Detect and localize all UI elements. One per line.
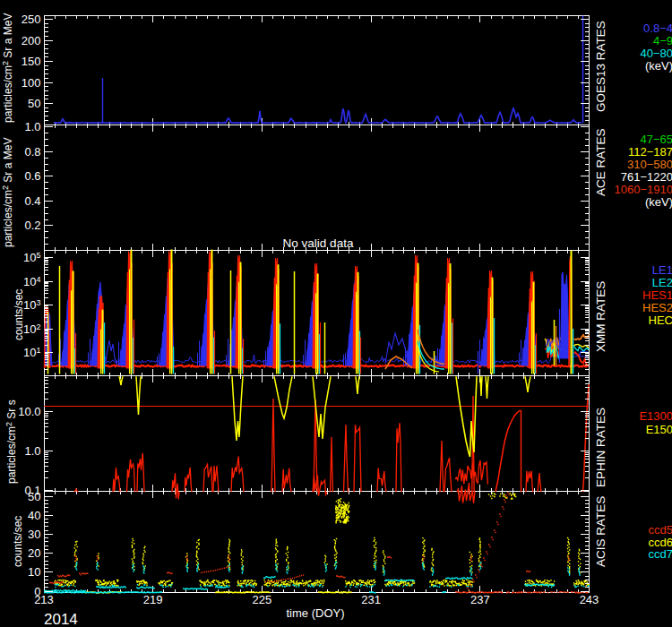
svg-text:EPHIN RATES: EPHIN RATES bbox=[594, 408, 607, 487]
svg-text:(keV): (keV) bbox=[645, 195, 672, 209]
svg-text:213: 213 bbox=[34, 593, 54, 606]
svg-text:219: 219 bbox=[143, 593, 163, 606]
svg-text:10: 10 bbox=[28, 565, 40, 579]
svg-text:200: 200 bbox=[22, 34, 41, 47]
svg-text:counts/sec: counts/sec bbox=[12, 516, 24, 567]
svg-text:No valid data: No valid data bbox=[283, 236, 354, 250]
svg-text:150: 150 bbox=[22, 55, 41, 68]
svg-text:HES2: HES2 bbox=[642, 301, 672, 314]
svg-text:counts/sec: counts/sec bbox=[13, 289, 25, 340]
svg-text:310−580: 310−580 bbox=[627, 158, 672, 171]
svg-text:30: 30 bbox=[28, 528, 40, 541]
svg-text:1060−1910: 1060−1910 bbox=[615, 183, 672, 196]
svg-text:time (DOY): time (DOY) bbox=[287, 606, 345, 620]
svg-text:2014: 2014 bbox=[44, 611, 78, 627]
svg-text:40: 40 bbox=[28, 509, 40, 522]
svg-text:ccd7: ccd7 bbox=[649, 547, 672, 561]
svg-text:1.0: 1.0 bbox=[24, 120, 40, 133]
svg-text:50: 50 bbox=[28, 97, 40, 110]
svg-text:E150: E150 bbox=[646, 423, 672, 436]
svg-text:237: 237 bbox=[470, 593, 490, 606]
svg-text:250: 250 bbox=[22, 13, 41, 26]
svg-text:(keV): (keV) bbox=[645, 59, 672, 73]
svg-text:particles/cm2 Sr a MeV: particles/cm2 Sr a MeV bbox=[1, 13, 14, 123]
svg-text:100: 100 bbox=[22, 76, 41, 90]
svg-text:47−65: 47−65 bbox=[640, 133, 672, 146]
svg-text:1.0: 1.0 bbox=[24, 444, 40, 458]
svg-text:0.6: 0.6 bbox=[24, 169, 40, 183]
svg-text:0.4: 0.4 bbox=[24, 194, 40, 208]
svg-text:243: 243 bbox=[580, 593, 599, 606]
svg-text:4−9: 4−9 bbox=[653, 34, 672, 47]
svg-text:0.8: 0.8 bbox=[24, 145, 40, 159]
svg-text:LE2: LE2 bbox=[652, 276, 672, 289]
svg-text:HEC: HEC bbox=[649, 314, 672, 327]
svg-text:XMM RATES: XMM RATES bbox=[594, 281, 607, 352]
svg-text:761−1220: 761−1220 bbox=[621, 170, 672, 184]
svg-text:particles/cm2 Sr s: particles/cm2 Sr s bbox=[4, 399, 18, 484]
svg-text:ACIS RATES: ACIS RATES bbox=[594, 496, 607, 567]
svg-text:particles/cm2 Sr a MeV: particles/cm2 Sr a MeV bbox=[1, 138, 14, 247]
svg-text:112−187: 112−187 bbox=[628, 145, 672, 159]
svg-text:LE1: LE1 bbox=[652, 263, 672, 277]
svg-text:ACE RATES: ACE RATES bbox=[594, 128, 607, 196]
svg-text:225: 225 bbox=[253, 593, 272, 606]
svg-text:0.2: 0.2 bbox=[24, 219, 40, 232]
svg-text:E1300: E1300 bbox=[639, 409, 672, 423]
svg-text:40−80: 40−80 bbox=[640, 47, 672, 60]
svg-text:HES1: HES1 bbox=[642, 288, 672, 302]
svg-text:0.8−4: 0.8−4 bbox=[643, 21, 672, 35]
svg-text:10.0: 10.0 bbox=[18, 405, 40, 418]
svg-text:GOES13 RATES: GOES13 RATES bbox=[594, 21, 607, 112]
svg-text:20: 20 bbox=[28, 546, 40, 560]
svg-text:50: 50 bbox=[28, 490, 40, 503]
svg-text:231: 231 bbox=[361, 593, 381, 606]
